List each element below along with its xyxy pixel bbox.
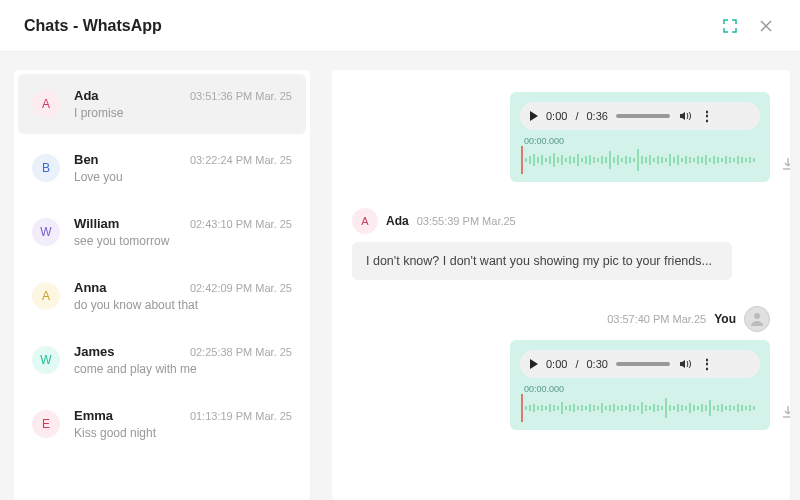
chat-list: AAda03:51:36 PM Mar. 25I promiseBBen03:2… [14, 70, 310, 500]
header: Chats - WhatsApp [0, 0, 800, 52]
chat-list-item[interactable]: EEmma01:13:19 PM Mar. 25Kiss good night [18, 394, 306, 454]
chat-time: 02:43:10 PM Mar. 25 [190, 218, 292, 230]
chat-list-item[interactable]: AAnna02:42:09 PM Mar. 25do you know abou… [18, 266, 306, 326]
chat-name: James [74, 344, 114, 359]
audio-current-time: 0:00 [546, 358, 567, 370]
page-title: Chats - WhatsApp [24, 17, 162, 35]
svg-point-59 [754, 313, 760, 319]
voice-message: 0:00 / 0:36 ⋮ 00:00.000 [510, 92, 770, 182]
chat-time: 01:13:19 PM Mar. 25 [190, 410, 292, 422]
avatar: W [32, 346, 60, 374]
chat-list-item[interactable]: WJames02:25:38 PM Mar. 25come and play w… [18, 330, 306, 390]
chat-name: Anna [74, 280, 107, 295]
waveform: 00:00.000 [520, 384, 760, 422]
avatar: A [352, 208, 378, 234]
conversation-panel: 0:00 / 0:36 ⋮ 00:00.000 [332, 70, 790, 500]
waveform-time: 00:00.000 [524, 136, 564, 146]
audio-menu-icon[interactable]: ⋮ [700, 356, 713, 372]
avatar: W [32, 218, 60, 246]
close-icon[interactable] [756, 16, 776, 36]
message-voice-incoming-top: 0:00 / 0:36 ⋮ 00:00.000 [352, 92, 770, 182]
chat-time: 02:25:38 PM Mar. 25 [190, 346, 292, 358]
audio-current-time: 0:00 [546, 110, 567, 122]
avatar: B [32, 154, 60, 182]
avatar: E [32, 410, 60, 438]
chat-list-item[interactable]: AAda03:51:36 PM Mar. 25I promise [18, 74, 306, 134]
chat-list-item[interactable]: WWilliam02:43:10 PM Mar. 25see you tomor… [18, 202, 306, 262]
audio-menu-icon[interactable]: ⋮ [700, 108, 713, 124]
chat-name: Ben [74, 152, 99, 167]
avatar [744, 306, 770, 332]
chat-preview: Love you [74, 170, 292, 184]
avatar: A [32, 282, 60, 310]
message-bubble: I don't know? I don't want you showing m… [352, 242, 732, 280]
audio-progress[interactable] [616, 114, 670, 118]
play-icon[interactable] [530, 359, 538, 369]
chat-name: Emma [74, 408, 113, 423]
chat-preview: do you know about that [74, 298, 292, 312]
waveform-time: 00:00.000 [524, 384, 564, 394]
message-text-incoming: A Ada 03:55:39 PM Mar.25 I don't know? I… [352, 208, 770, 280]
message-time: 03:57:40 PM Mar.25 [607, 313, 706, 325]
audio-player: 0:00 / 0:36 ⋮ [520, 102, 760, 130]
download-icon[interactable] [780, 404, 790, 424]
message-voice-outgoing: 03:57:40 PM Mar.25 You 0:00 / 0:30 ⋮ [352, 306, 770, 430]
message-meta: A Ada 03:55:39 PM Mar.25 [352, 208, 770, 234]
audio-player: 0:00 / 0:30 ⋮ [520, 350, 760, 378]
chat-preview: I promise [74, 106, 292, 120]
chat-name: Ada [74, 88, 99, 103]
chat-preview: see you tomorrow [74, 234, 292, 248]
chat-preview: come and play with me [74, 362, 292, 376]
chat-time: 03:51:36 PM Mar. 25 [190, 90, 292, 102]
volume-icon[interactable] [678, 357, 692, 371]
header-actions [720, 16, 776, 36]
chat-preview: Kiss good night [74, 426, 292, 440]
chat-time: 03:22:24 PM Mar. 25 [190, 154, 292, 166]
audio-total-time: 0:30 [586, 358, 607, 370]
play-icon[interactable] [530, 111, 538, 121]
voice-message: 0:00 / 0:30 ⋮ 00:00.000 [510, 340, 770, 430]
sender-name: Ada [386, 214, 409, 228]
chat-name: William [74, 216, 119, 231]
avatar: A [32, 90, 60, 118]
waveform: 00:00.000 [520, 136, 760, 174]
volume-icon[interactable] [678, 109, 692, 123]
chat-time: 02:42:09 PM Mar. 25 [190, 282, 292, 294]
message-time: 03:55:39 PM Mar.25 [417, 215, 516, 227]
download-icon[interactable] [780, 156, 790, 176]
chat-list-item[interactable]: BBen03:22:24 PM Mar. 25Love you [18, 138, 306, 198]
sender-name: You [714, 312, 736, 326]
expand-icon[interactable] [720, 16, 740, 36]
message-meta: 03:57:40 PM Mar.25 You [607, 306, 770, 332]
audio-progress[interactable] [616, 362, 670, 366]
audio-total-time: 0:36 [586, 110, 607, 122]
